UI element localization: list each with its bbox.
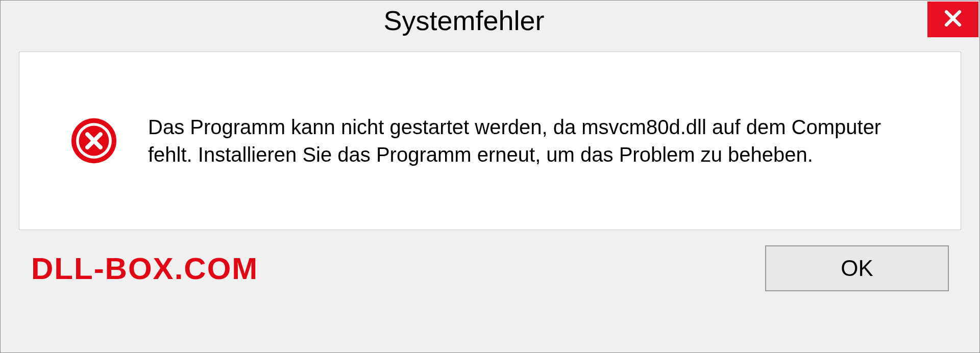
dialog-footer: DLL-BOX.COM OK [1, 230, 979, 312]
watermark-text: DLL-BOX.COM [31, 251, 258, 286]
ok-button[interactable]: OK [765, 245, 949, 291]
titlebar: Systemfehler [1, 1, 979, 46]
error-dialog: Systemfehler Das Programm kann nicht ges… [0, 0, 980, 353]
content-area: Das Programm kann nicht gestartet werden… [19, 52, 961, 230]
close-icon [942, 7, 964, 32]
error-message: Das Programm kann nicht gestartet werden… [148, 113, 925, 168]
error-icon [70, 117, 117, 164]
close-button[interactable] [927, 2, 978, 37]
dialog-title: Systemfehler [1, 1, 927, 36]
